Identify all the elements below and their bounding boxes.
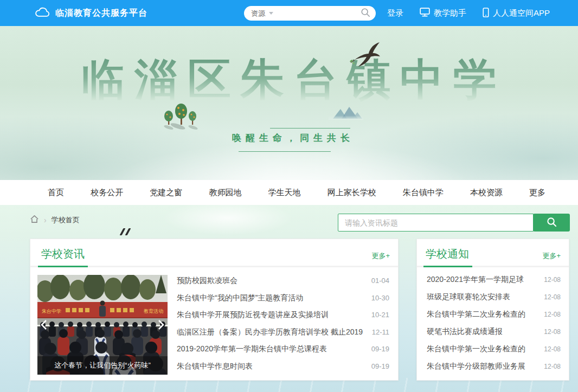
article-search	[338, 214, 570, 232]
topbar-search[interactable]: 资源	[244, 6, 376, 21]
news-item-date: 12-11	[372, 328, 389, 336]
news-item-title: 临淄区注册（备案）民办非学历教育培训学校 截止2019	[177, 327, 365, 337]
swallow-icon	[349, 41, 381, 70]
news-body: 朱台中学 教育活动	[37, 275, 389, 375]
quote-decoration	[121, 228, 129, 235]
notice-list-item[interactable]: 班级足球联赛轮次安排表 12-08	[427, 292, 561, 302]
nav-item[interactable]: 教师园地	[209, 188, 241, 198]
notice-list-item[interactable]: 朱台镇中学第一次业务检查的 12-08	[427, 344, 561, 354]
topbar-search-input[interactable]	[278, 9, 361, 17]
notice-list-item[interactable]: 朱台镇中学分级部教师业务展 12-08	[427, 362, 561, 371]
nav-item[interactable]: 本校资源	[470, 188, 503, 198]
topbar-links: 登录 教学助手 人人通	[387, 0, 550, 26]
article-search-button[interactable]	[533, 214, 570, 232]
notice-item-date: 12-08	[544, 363, 561, 370]
news-panel-title: 学校资讯	[41, 247, 85, 261]
news-item-date: 09-19	[371, 345, 389, 353]
login-link[interactable]: 登录	[387, 8, 403, 18]
notice-item-title: 硬笔书法比赛成绩通报	[427, 327, 537, 337]
nav-item[interactable]: 网上家长学校	[327, 188, 376, 198]
photo-banner-text-left: 朱台中学	[42, 309, 61, 314]
news-more-link[interactable]: 更多+	[371, 251, 390, 261]
brand[interactable]: 临淄教育公共服务平台	[35, 0, 147, 26]
chevron-down-icon[interactable]	[269, 12, 273, 15]
notice-list-item[interactable]: 硬笔书法比赛成绩通报 12-08	[427, 327, 561, 337]
notice-item-title: 2020-2021学年第一学期足球	[427, 275, 537, 285]
trees-decoration	[162, 99, 201, 133]
notice-panel-header: 学校通知 更多+	[417, 239, 569, 267]
news-list-item[interactable]: 预防校园欺凌班会 01-04	[177, 276, 389, 286]
notice-item-date: 12-08	[544, 328, 561, 336]
nav-item[interactable]: 校务公开	[91, 188, 123, 198]
notice-item-date: 12-08	[544, 345, 561, 353]
notice-more-link[interactable]: 更多+	[542, 251, 561, 261]
search-icon[interactable]	[361, 8, 370, 20]
news-list: 预防校园欺凌班会 01-04 朱台镇中学“我的中国梦”主题教育活动 10-30 …	[177, 275, 389, 375]
header-rule	[417, 266, 569, 267]
news-item-date: 09-19	[371, 362, 389, 370]
notice-panel: 学校通知 更多+ 2020-2021学年第一学期足球 12-08 班级足球联赛轮…	[416, 239, 569, 381]
slogan-text: 唤醒生命，同生共长	[232, 132, 373, 144]
school-name-title: 临淄区朱台镇中学	[0, 56, 578, 102]
news-item-title: 朱台镇中学开展预防近视专题讲座及实操培训	[177, 310, 365, 320]
chevron-right-icon: ›	[44, 216, 47, 224]
nav-item[interactable]: 党建之窗	[150, 188, 182, 198]
breadcrumb: › 学校首页	[30, 215, 80, 226]
breadcrumb-current[interactable]: 学校首页	[52, 215, 80, 225]
news-panel-header: 学校资讯 更多+	[30, 239, 398, 267]
chevron-right-icon	[159, 320, 163, 329]
chevron-left-icon	[42, 320, 46, 329]
hero-banner: 临淄区朱台镇中学	[0, 26, 578, 180]
cloud-icon	[35, 6, 50, 20]
header-rule	[30, 266, 398, 267]
article-search-input[interactable]	[338, 214, 534, 232]
notice-item-date: 12-08	[544, 276, 561, 284]
nav-item[interactable]: 朱台镇中学	[403, 188, 444, 198]
search-category-select[interactable]: 资源	[251, 9, 265, 18]
carousel-caption: 这个春节，让我们告别“火药味”	[37, 356, 168, 375]
search-icon	[547, 217, 557, 229]
news-list-item[interactable]: 临淄区注册（备案）民办非学历教育培训学校 截止2019 12-11	[177, 327, 389, 337]
login-label: 登录	[387, 8, 403, 18]
slogan-line-top	[270, 128, 350, 128]
news-list-item[interactable]: 朱台镇中学开展预防近视专题讲座及实操培训 10-21	[177, 310, 389, 320]
home-icon[interactable]	[30, 215, 39, 226]
nav-item[interactable]: 更多	[529, 188, 545, 198]
renrentong-app-label: 人人通空间APP	[493, 8, 550, 18]
notice-panel-title: 学校通知	[426, 247, 469, 261]
news-list-item[interactable]: 朱台镇中学作息时间表 09-19	[177, 362, 389, 371]
renrentong-app-link[interactable]: 人人通空间APP	[483, 8, 550, 19]
smartphone-icon	[483, 8, 489, 19]
notice-item-title: 朱台镇中学第二次业务检查的	[427, 310, 537, 319]
slogan-line-bottom	[239, 151, 331, 152]
notice-list: 2020-2021学年第一学期足球 12-08 班级足球联赛轮次安排表 12-0…	[427, 275, 561, 371]
news-item-date: 01-04	[371, 277, 389, 285]
news-item-title: 2019-2020学年第一学期朱台镇中学总课程表	[177, 344, 365, 354]
teaching-assistant-link[interactable]: 教学助手	[420, 8, 466, 18]
notice-item-date: 12-08	[544, 311, 561, 318]
notice-list-item[interactable]: 朱台镇中学第二次业务检查的 12-08	[427, 310, 561, 319]
mountain-decoration	[329, 106, 363, 122]
nav-item[interactable]: 首页	[48, 188, 64, 198]
notice-item-title: 班级足球联赛轮次安排表	[427, 292, 537, 302]
carousel-prev-button[interactable]	[39, 317, 49, 332]
content: › 学校首页 学校资讯 更多+	[0, 205, 578, 392]
photo-banner-text-right: 教育活动	[144, 309, 163, 314]
carousel-next-button[interactable]	[156, 317, 166, 332]
news-item-date: 10-21	[371, 311, 389, 319]
topbar: 临淄教育公共服务平台 资源 登录	[0, 0, 578, 26]
monitor-icon	[420, 8, 430, 18]
notice-list-item[interactable]: 2020-2021学年第一学期足球 12-08	[427, 275, 561, 285]
nav-item[interactable]: 学生天地	[268, 188, 301, 198]
notice-item-date: 12-08	[544, 293, 561, 301]
news-item-title: 预防校园欺凌班会	[177, 276, 365, 286]
notice-item-title: 朱台镇中学分级部教师业务展	[427, 362, 537, 371]
news-list-item[interactable]: 朱台镇中学“我的中国梦”主题教育活动 10-30	[177, 293, 389, 303]
page: 临淄教育公共服务平台 资源 登录	[0, 0, 578, 392]
news-panel: 学校资讯 更多+	[30, 239, 399, 381]
news-item-title: 朱台镇中学作息时间表	[177, 362, 365, 371]
news-item-date: 10-30	[371, 294, 389, 302]
notice-item-title: 朱台镇中学第一次业务检查的	[427, 344, 537, 354]
carousel-photo[interactable]: 朱台中学 教育活动	[37, 275, 168, 375]
news-list-item[interactable]: 2019-2020学年第一学期朱台镇中学总课程表 09-19	[177, 344, 389, 354]
